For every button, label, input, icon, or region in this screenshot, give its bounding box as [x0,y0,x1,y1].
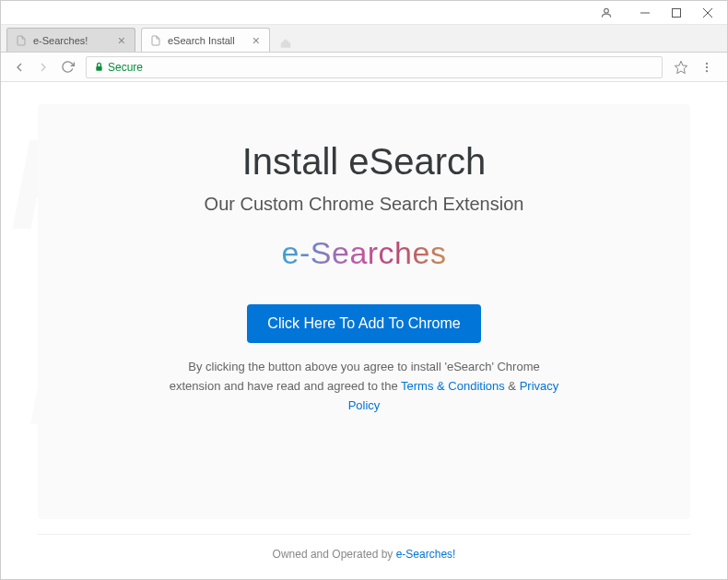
footer-prefix: Owned and Operated by [273,548,396,561]
page-content: PC risk Install eSearch Our Custom Chrom… [1,82,727,579]
menu-icon[interactable] [696,56,718,78]
secure-label: Secure [108,61,143,74]
svg-point-8 [706,65,708,67]
tab-title: e-Searches! [33,35,112,46]
tab-esearches[interactable]: e-Searches! × [6,28,135,52]
minimize-button[interactable] [629,3,661,23]
svg-point-9 [706,69,708,71]
page-footer: Owned and Operated by e-Searches! [38,534,690,566]
agreement-amp: & [508,379,519,393]
bookmark-icon[interactable] [670,56,692,78]
window-titlebar [1,1,727,25]
secure-indicator: Secure [94,61,143,74]
svg-marker-6 [675,61,687,73]
svg-rect-2 [673,8,681,17]
tab-title: eSearch Install [168,35,247,46]
page-heading: Install eSearch [242,141,487,183]
agreement-text: By clicking the button above you agree t… [161,358,567,415]
install-card: Install eSearch Our Custom Chrome Search… [38,104,690,519]
terms-link[interactable]: Terms & Conditions [401,379,505,393]
footer-link[interactable]: e-Searches! [396,548,456,561]
maximize-button[interactable] [661,3,692,23]
svg-point-0 [605,8,609,13]
brand-logo: e-Searches [282,235,447,271]
browser-window: e-Searches! × eSearch Install × Secure [0,0,728,580]
user-icon[interactable] [591,3,622,23]
forward-button[interactable] [32,56,54,78]
tab-close-icon[interactable]: × [251,33,262,48]
reload-button[interactable] [56,56,78,78]
svg-rect-5 [96,66,101,71]
page-icon [15,34,28,47]
back-button[interactable] [8,56,30,78]
tab-esearch-install[interactable]: eSearch Install × [141,28,270,52]
tab-close-icon[interactable]: × [116,33,127,48]
address-bar-row: Secure [1,53,727,82]
tab-strip: e-Searches! × eSearch Install × [1,25,727,53]
add-to-chrome-button[interactable]: Click Here To Add To Chrome [247,304,480,343]
close-button[interactable] [692,3,723,23]
new-tab-button[interactable] [276,35,296,52]
svg-point-7 [706,62,708,64]
page-icon [149,34,162,47]
address-bar[interactable]: Secure [86,56,663,78]
page-subtitle: Our Custom Chrome Search Extension [205,194,524,215]
